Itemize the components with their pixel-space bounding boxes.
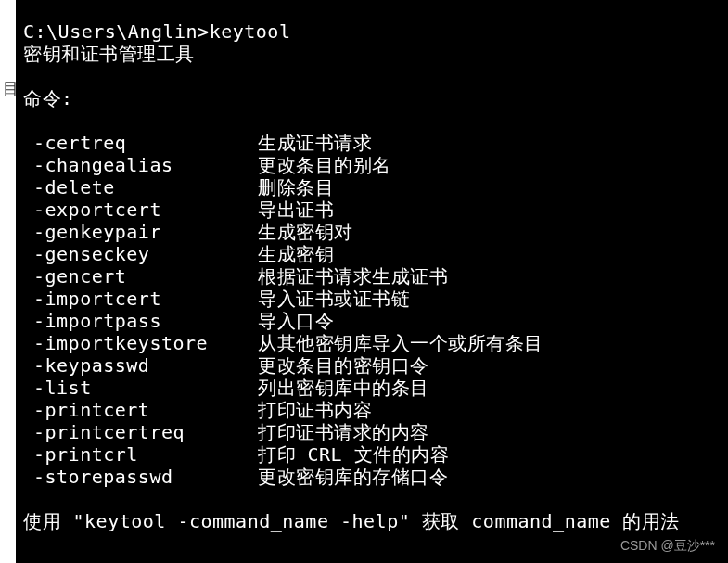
command-name: -storepasswd: [23, 466, 258, 488]
command-desc: 生成密钥对: [258, 221, 721, 243]
entered-command: keytool: [210, 20, 291, 43]
usage-hint: 使用 "keytool -command_name -help" 获取 comm…: [23, 510, 721, 532]
command-row: -keypasswd更改条目的密钥口令: [23, 354, 721, 377]
command-desc: 更改密钥库的存储口令: [258, 466, 721, 488]
commands-header: 命令:: [23, 87, 721, 109]
command-name: -importpass: [23, 310, 258, 332]
command-desc: 根据证书请求生成证书: [258, 265, 721, 288]
command-name: -printcert: [23, 399, 258, 421]
command-row: -delete删除条目: [23, 176, 721, 198]
blank-line: [23, 65, 721, 87]
command-name: -gencert: [23, 265, 258, 288]
command-row: -exportcert导出证书: [23, 198, 721, 221]
command-desc: 列出密钥库中的条目: [258, 377, 721, 399]
command-desc: 导入口令: [258, 310, 721, 332]
command-row: -importkeystore从其他密钥库导入一个或所有条目: [23, 332, 721, 354]
command-desc: 导出证书: [258, 198, 721, 221]
command-name: -printcertreq: [23, 421, 258, 443]
command-row: -importpass导入口令: [23, 310, 721, 332]
command-desc: 更改条目的别名: [258, 154, 721, 176]
command-row: -printcertreq打印证书请求的内容: [23, 421, 721, 443]
command-name: -changealias: [23, 154, 258, 176]
command-row: -gencert根据证书请求生成证书: [23, 265, 721, 288]
command-desc: 打印证书内容: [258, 399, 721, 421]
prompt-path: C:\Users\Anglin>: [23, 20, 210, 43]
command-desc: 删除条目: [258, 176, 721, 198]
command-desc: 从其他密钥库导入一个或所有条目: [258, 332, 721, 354]
command-desc: 打印 CRL 文件的内容: [258, 443, 721, 466]
command-name: -importkeystore: [23, 332, 258, 354]
command-desc: 打印证书请求的内容: [258, 421, 721, 443]
command-row: -certreq生成证书请求: [23, 132, 721, 154]
command-desc: 生成证书请求: [258, 132, 721, 154]
page-gutter: 目: [0, 0, 16, 563]
blank-line: [23, 109, 721, 132]
command-name: -exportcert: [23, 198, 258, 221]
command-name: -keypasswd: [23, 354, 258, 377]
command-desc: 更改条目的密钥口令: [258, 354, 721, 377]
command-name: -genseckey: [23, 243, 258, 265]
command-name: -genkeypair: [23, 221, 258, 243]
command-name: -delete: [23, 176, 258, 198]
watermark: CSDN @豆沙***: [620, 534, 715, 557]
command-row: -genseckey生成密钥: [23, 243, 721, 265]
command-desc: 生成密钥: [258, 243, 721, 265]
command-name: -list: [23, 377, 258, 399]
command-row: -storepasswd更改密钥库的存储口令: [23, 466, 721, 488]
command-row: -list列出密钥库中的条目: [23, 377, 721, 399]
blank-line: [23, 488, 721, 510]
prompt-line: C:\Users\Anglin>keytool: [23, 20, 721, 43]
command-row: -genkeypair生成密钥对: [23, 221, 721, 243]
commands-list: -certreq生成证书请求 -changealias更改条目的别名 -dele…: [23, 132, 721, 488]
command-name: -certreq: [23, 132, 258, 154]
command-desc: 导入证书或证书链: [258, 288, 721, 310]
command-row: -printcrl打印 CRL 文件的内容: [23, 443, 721, 466]
command-name: -importcert: [23, 288, 258, 310]
command-name: -printcrl: [23, 443, 258, 466]
command-row: -printcert打印证书内容: [23, 399, 721, 421]
command-row: -changealias更改条目的别名: [23, 154, 721, 176]
terminal-window[interactable]: C:\Users\Anglin>keytool 密钥和证书管理工具 命令: -c…: [16, 0, 728, 563]
tool-description: 密钥和证书管理工具: [23, 43, 721, 65]
command-row: -importcert导入证书或证书链: [23, 288, 721, 310]
